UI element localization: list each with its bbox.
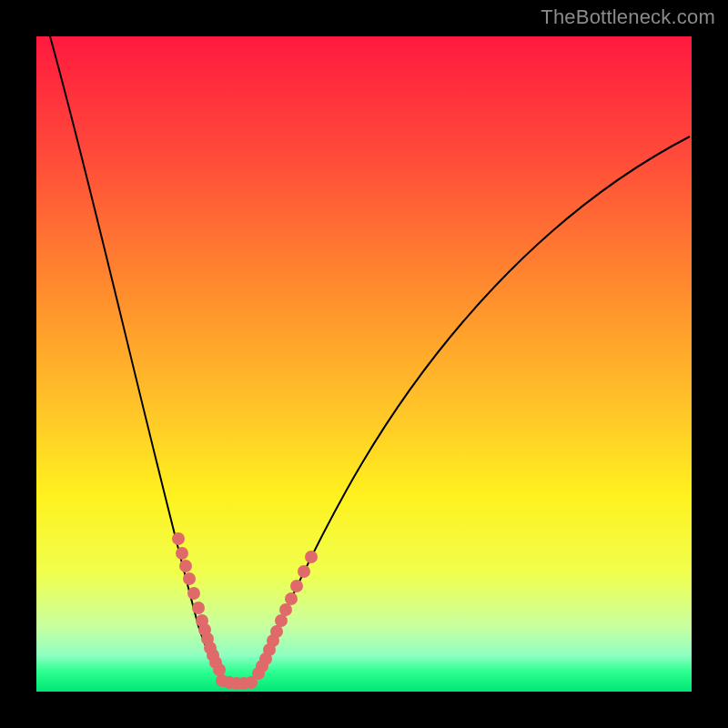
marker-left [172, 532, 185, 545]
chart-svg [0, 0, 728, 728]
marker-right [305, 551, 318, 563]
marker-left [187, 587, 200, 600]
marker-left [192, 602, 205, 614]
marker-right [285, 592, 298, 605]
watermark: TheBottleneck.com [541, 5, 715, 29]
plot-area [36, 36, 692, 692]
marker-left [213, 663, 226, 676]
marker-left [179, 560, 192, 572]
marker-bottom [245, 676, 258, 689]
marker-left [176, 547, 188, 560]
marker-right [279, 603, 292, 616]
chart-stage: TheBottleneck.com [0, 0, 728, 728]
marker-right [298, 565, 310, 578]
marker-right [290, 580, 303, 592]
marker-right [275, 614, 288, 627]
marker-left [183, 572, 196, 585]
